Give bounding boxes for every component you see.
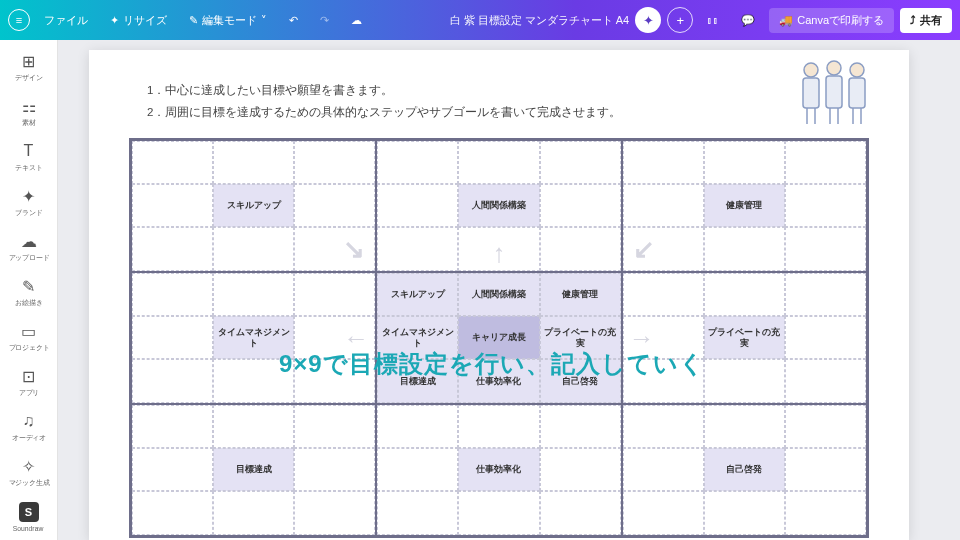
sidebar-item-projects[interactable]: ▭プロジェクト (0, 316, 57, 359)
block-mr[interactable]: プライベートの充実 → (622, 272, 867, 404)
arrow-diag-icon: ↘ (343, 234, 365, 265)
analytics-icon[interactable]: ⫾⫾ (699, 10, 727, 30)
cell-tl-center[interactable]: スキルアップ (213, 184, 294, 227)
instructions: 1．中心に達成したい目標や願望を書きます。 2．周囲に目標を達成するための具体的… (147, 80, 869, 124)
cell-mr-center[interactable]: プライベートの充実 (704, 316, 785, 359)
arrow-diag-icon: ↙ (633, 234, 655, 265)
arrow-up-icon: ↑ (492, 238, 505, 269)
cell-bl-center[interactable]: 目標達成 (213, 448, 294, 491)
add-button[interactable]: + (667, 7, 693, 33)
sidebar-item-soundraw[interactable]: SSoundraw (0, 496, 57, 539)
brand-icon: ✦ (22, 187, 35, 205)
canva-assist-button[interactable]: ✦ (635, 7, 661, 33)
instruction-line-1: 1．中心に達成したい目標や願望を書きます。 (147, 80, 869, 102)
block-bc[interactable]: 仕事効率化 (376, 404, 621, 536)
cloud-sync-icon[interactable]: ☁ (343, 10, 370, 31)
file-menu[interactable]: ファイル (36, 9, 96, 32)
svg-point-0 (804, 63, 818, 77)
apps-icon: ⊡ (22, 367, 35, 385)
sidebar-item-brand[interactable]: ✦ブランド (0, 181, 57, 224)
cell-br-center[interactable]: 自己啓発 (704, 448, 785, 491)
elements-icon: ⚏ (22, 97, 36, 115)
share-button[interactable]: ⤴共有 (900, 8, 952, 33)
overlay-caption: 9×9で目標設定を行い、記入していく (279, 348, 705, 380)
menu-icon[interactable]: ≡ (8, 9, 30, 31)
page[interactable]: 1．中心に達成したい目標や願望を書きます。 2．周囲に目標を達成するための具体的… (89, 50, 909, 540)
editmode-menu[interactable]: ✎編集モード˅ (181, 9, 275, 32)
top-toolbar: ≡ ファイル ✦リサイズ ✎編集モード˅ ↶ ↷ ☁ 白 紫 目標設定 マンダラ… (0, 0, 960, 40)
svg-rect-5 (849, 78, 865, 108)
cell-tr-center[interactable]: 健康管理 (704, 184, 785, 227)
instruction-line-2: 2．周囲に目標を達成するための具体的なステップやサブゴールを書いて完成させます。 (147, 102, 869, 124)
sidebar-item-text[interactable]: Tテキスト (0, 136, 57, 179)
audio-icon: ♫ (23, 412, 35, 430)
print-button[interactable]: 🚚Canvaで印刷する (769, 8, 894, 33)
comment-icon[interactable]: 💬 (733, 10, 763, 31)
left-sidebar: ⊞デザイン ⚏素材 Tテキスト ✦ブランド ☁アップロード ✎お絵描き ▭プロジ… (0, 40, 58, 540)
block-center[interactable]: スキルアップ 人間関係構築 健康管理 タイムマネジメント キャリア成長 プライベ… (376, 272, 621, 404)
illustration (789, 58, 879, 128)
cell-tc-center[interactable]: 人間関係構築 (458, 184, 539, 227)
svg-rect-4 (826, 76, 842, 108)
svg-point-1 (827, 61, 841, 75)
undo-button[interactable]: ↶ (281, 10, 306, 31)
redo-button[interactable]: ↷ (312, 10, 337, 31)
magic-icon: ✧ (22, 457, 35, 475)
design-icon: ⊞ (22, 52, 35, 70)
sidebar-item-draw[interactable]: ✎お絵描き (0, 271, 57, 314)
sidebar-item-audio[interactable]: ♫オーディオ (0, 406, 57, 449)
block-br[interactable]: 自己啓発 (622, 404, 867, 536)
text-icon: T (24, 142, 34, 160)
upload-icon: ☁ (21, 232, 37, 250)
sidebar-item-upload[interactable]: ☁アップロード (0, 226, 57, 269)
draw-icon: ✎ (22, 277, 35, 295)
svg-rect-3 (803, 78, 819, 108)
document-title[interactable]: 白 紫 目標設定 マンダラチャート A4 (450, 13, 630, 28)
right-rail (940, 40, 960, 540)
canvas-area[interactable]: 1．中心に達成したい目標や願望を書きます。 2．周囲に目標を達成するための具体的… (58, 40, 940, 540)
resize-menu[interactable]: ✦リサイズ (102, 9, 175, 32)
block-tc[interactable]: 人間関係構築 ↑ (376, 140, 621, 272)
block-tr[interactable]: 健康管理 ↙ (622, 140, 867, 272)
block-bl[interactable]: 目標達成 (131, 404, 376, 536)
block-tl[interactable]: スキルアップ ↘ (131, 140, 376, 272)
soundraw-icon: S (19, 502, 39, 522)
sidebar-item-design[interactable]: ⊞デザイン (0, 46, 57, 89)
sidebar-item-elements[interactable]: ⚏素材 (0, 91, 57, 134)
block-ml[interactable]: タイムマネジメント ← (131, 272, 376, 404)
cell-bc-center[interactable]: 仕事効率化 (458, 448, 539, 491)
mandala-grid[interactable]: スキルアップ ↘ 人間関係構築 ↑ 健康管理 ↙ (129, 138, 869, 538)
svg-point-2 (850, 63, 864, 77)
sidebar-item-magic[interactable]: ✧マジック生成 (0, 451, 57, 494)
sidebar-item-apps[interactable]: ⊡アプリ (0, 361, 57, 404)
projects-icon: ▭ (21, 322, 36, 340)
